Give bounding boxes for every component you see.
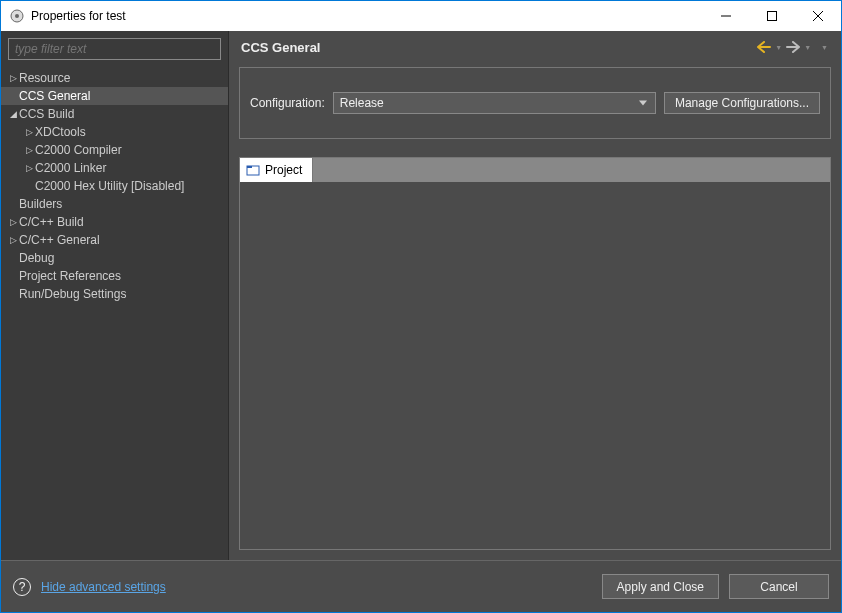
apply-and-close-button[interactable]: Apply and Close xyxy=(602,574,719,599)
tree-item[interactable]: CCS General xyxy=(1,87,228,105)
manage-configurations-button[interactable]: Manage Configurations... xyxy=(664,92,820,114)
tree-item-label: CCS Build xyxy=(19,107,74,121)
category-tree[interactable]: ▷ResourceCCS General◢CCS Build▷XDCtools▷… xyxy=(1,67,228,560)
nav-back-icon[interactable] xyxy=(756,39,772,55)
tree-item[interactable]: Debug xyxy=(1,249,228,267)
configuration-label: Configuration: xyxy=(250,96,325,110)
tree-item[interactable]: Project References xyxy=(1,267,228,285)
configuration-select[interactable]: Release xyxy=(333,92,656,114)
tab-body xyxy=(240,182,830,549)
nav-forward-icon[interactable] xyxy=(785,39,801,55)
cancel-button[interactable]: Cancel xyxy=(729,574,829,599)
footer: ? Hide advanced settings Apply and Close… xyxy=(1,560,841,612)
svg-point-1 xyxy=(15,14,19,18)
chevron-right-icon[interactable]: ▷ xyxy=(23,127,35,137)
app-icon xyxy=(9,8,25,24)
tree-item-label: C/C++ Build xyxy=(19,215,84,229)
tree-item[interactable]: Run/Debug Settings xyxy=(1,285,228,303)
nav-forward-dropdown[interactable]: ▼ xyxy=(803,44,812,51)
tree-item[interactable]: ▷C/C++ Build xyxy=(1,213,228,231)
tree-item-label: Resource xyxy=(19,71,70,85)
tree-item[interactable]: C2000 Hex Utility [Disabled] xyxy=(1,177,228,195)
svg-rect-3 xyxy=(768,12,777,21)
tree-item-label: XDCtools xyxy=(35,125,86,139)
tree-item[interactable]: ▷Resource xyxy=(1,69,228,87)
minimize-button[interactable] xyxy=(703,1,749,31)
tab-label: Project xyxy=(265,163,302,177)
help-icon[interactable]: ? xyxy=(13,578,31,596)
tabstrip: Project xyxy=(240,158,830,182)
tree-item[interactable]: ◢CCS Build xyxy=(1,105,228,123)
project-icon xyxy=(246,163,260,177)
toggle-advanced-link[interactable]: Hide advanced settings xyxy=(41,580,166,594)
tree-item-label: Run/Debug Settings xyxy=(19,287,126,301)
tree-item[interactable]: ▷C2000 Linker xyxy=(1,159,228,177)
svg-rect-7 xyxy=(247,166,252,168)
chevron-right-icon[interactable]: ▷ xyxy=(23,145,35,155)
chevron-right-icon[interactable]: ▷ xyxy=(7,73,19,83)
maximize-button[interactable] xyxy=(749,1,795,31)
tree-item-label: C/C++ General xyxy=(19,233,100,247)
tab-container: Project xyxy=(239,157,831,550)
filter-input[interactable] xyxy=(8,38,221,60)
chevron-right-icon[interactable]: ▷ xyxy=(7,217,19,227)
tree-item-label: Debug xyxy=(19,251,54,265)
nav-menu-dropdown[interactable]: ▼ xyxy=(820,44,829,51)
close-button[interactable] xyxy=(795,1,841,31)
window-title: Properties for test xyxy=(31,9,126,23)
main-header: CCS General ▼ ▼ ▼ xyxy=(229,31,841,63)
window-controls xyxy=(703,1,841,31)
tree-item-label: C2000 Compiler xyxy=(35,143,122,157)
page-title: CCS General xyxy=(241,40,320,55)
tree-item[interactable]: ▷C2000 Compiler xyxy=(1,141,228,159)
tree-item-label: CCS General xyxy=(19,89,90,103)
configuration-value: Release xyxy=(340,96,384,110)
tab-project[interactable]: Project xyxy=(240,158,313,182)
tree-item[interactable]: ▷XDCtools xyxy=(1,123,228,141)
sidebar: ▷ResourceCCS General◢CCS Build▷XDCtools▷… xyxy=(1,31,229,560)
tree-item-label: C2000 Linker xyxy=(35,161,106,175)
tree-item-label: Project References xyxy=(19,269,121,283)
tree-item[interactable]: Builders xyxy=(1,195,228,213)
content-area: ▷ResourceCCS General◢CCS Build▷XDCtools▷… xyxy=(1,31,841,560)
tree-item[interactable]: ▷C/C++ General xyxy=(1,231,228,249)
nav-back-dropdown[interactable]: ▼ xyxy=(774,44,783,51)
configuration-box: Configuration: Release Manage Configurat… xyxy=(239,67,831,139)
chevron-right-icon[interactable]: ▷ xyxy=(23,163,35,173)
tree-item-label: C2000 Hex Utility [Disabled] xyxy=(35,179,184,193)
chevron-right-icon[interactable]: ▷ xyxy=(7,235,19,245)
main-panel: CCS General ▼ ▼ ▼ Configuration: Release… xyxy=(229,31,841,560)
tree-item-label: Builders xyxy=(19,197,62,211)
titlebar: Properties for test xyxy=(1,1,841,31)
chevron-down-icon[interactable]: ◢ xyxy=(7,109,19,119)
